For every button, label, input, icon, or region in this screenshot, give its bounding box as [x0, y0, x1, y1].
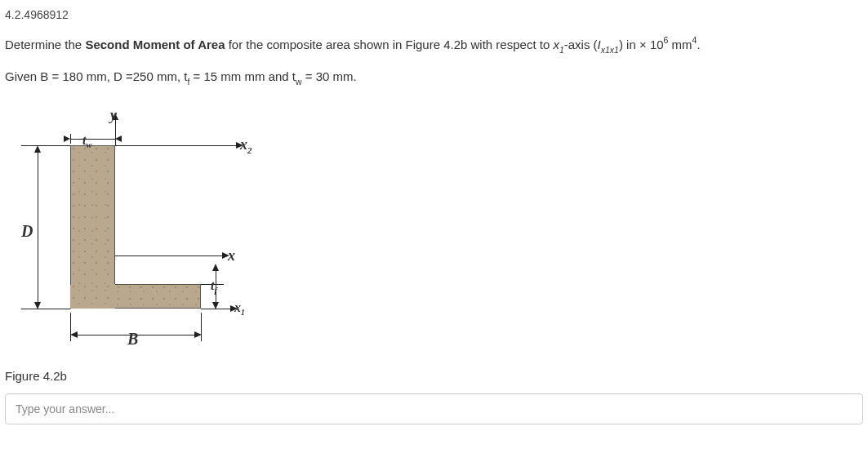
D-arrow-top [34, 145, 41, 153]
tf-sub: f [187, 77, 189, 87]
label-B: B [127, 327, 138, 351]
x1-axis-line [201, 309, 234, 309]
axis-suffix: -axis ( [564, 38, 598, 51]
label-y: y [110, 104, 117, 127]
exp: 6 [664, 35, 669, 45]
tw-tick-left [70, 134, 71, 144]
tw-dim-line [70, 139, 115, 140]
tf-subscript: f [214, 286, 216, 295]
figure-caption: Figure 4.2b [5, 367, 863, 386]
x-axis-line [115, 255, 225, 256]
label-D: D [21, 219, 33, 243]
label-x1: x1 [234, 298, 245, 319]
D-sym: D [114, 69, 122, 83]
q-bold: Second Moment of Area [85, 38, 225, 51]
B-sym: B [40, 69, 48, 83]
tf-val: = 15 mm mm and [189, 69, 292, 83]
inertia-suffix: ) in × 10 [619, 38, 664, 51]
question-id: 4.2.4968912 [5, 7, 863, 24]
axis-sub: 1 [559, 45, 564, 55]
label-x: x [228, 245, 235, 267]
B-arrow-right [194, 331, 202, 338]
tf-arrow-top [212, 264, 219, 271]
tw-arrow-left [64, 136, 70, 142]
tw-val: = 30 mm. [302, 69, 357, 83]
axis-var: x [553, 38, 559, 51]
B-val: = 180 mm, [48, 69, 114, 83]
D-arrow-bottom [34, 302, 41, 309]
q-prefix: Determine the [5, 38, 85, 51]
answer-input[interactable] [5, 393, 863, 424]
D-tick-bottom [21, 309, 70, 309]
D-dim-line [38, 148, 38, 306]
x2-axis-line [115, 145, 239, 146]
tw-sub: w [296, 77, 302, 87]
D-tick-top [21, 145, 70, 146]
x2-subscript: 2 [247, 144, 251, 154]
x1-letter: x [234, 300, 241, 314]
figure-diagram: y tw x2 D x tf x1 B [5, 104, 266, 358]
question-text: Determine the Second Moment of Area for … [5, 35, 863, 56]
shape-overlap [71, 284, 115, 309]
D-val: =250 mm, [122, 69, 184, 83]
B-arrow-left [70, 331, 78, 338]
given-prefix: Given [5, 69, 40, 83]
given-text: Given B = 180 mm, D =250 mm, tf = 15 mm … [5, 68, 863, 88]
q-end: . [697, 38, 700, 51]
label-tf: tf [211, 276, 217, 297]
inertia-sub: x1x1 [601, 45, 619, 55]
tw-subscript: w [86, 140, 91, 149]
label-tw: tw [82, 131, 91, 152]
unit-exp: 4 [692, 35, 697, 45]
q-mid: for the composite area shown in Figure 4… [225, 38, 554, 51]
answer-container [5, 393, 863, 424]
x1-subscript: 1 [241, 308, 245, 317]
unit: mm [668, 38, 692, 51]
label-x2: x2 [240, 134, 251, 157]
tw-arrow-right [115, 136, 122, 142]
x2-letter: x [240, 136, 247, 153]
